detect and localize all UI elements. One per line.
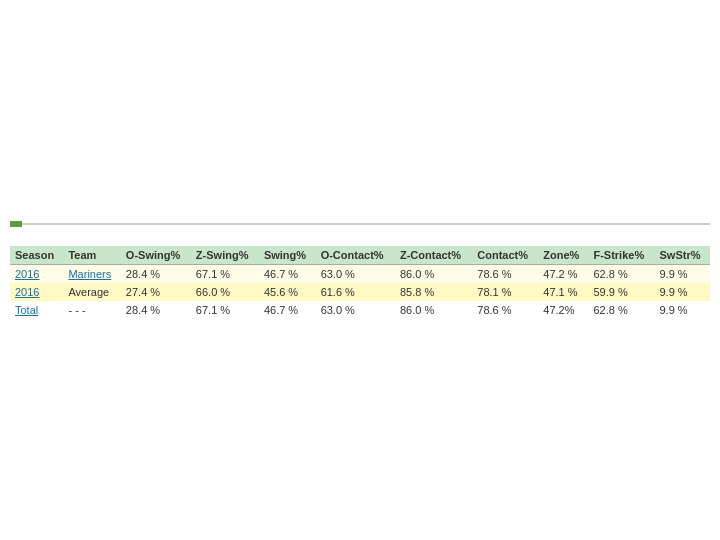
col-season: Season (10, 246, 63, 265)
cell-total-o-contact: 63.0 % (316, 301, 395, 319)
total-link[interactable]: Total (15, 304, 38, 316)
cell-o-contact: 63.0 % (316, 265, 395, 284)
col-z-contact: Z-Contact% (395, 246, 472, 265)
cell-swstr: 9.9 % (654, 283, 710, 301)
col-swstr: SwStr% (654, 246, 710, 265)
section-title (10, 221, 22, 227)
cell-total-o-swing: 28.4 % (121, 301, 191, 319)
col-f-strike: F-Strike% (588, 246, 654, 265)
col-o-swing: O-Swing% (121, 246, 191, 265)
cell-total-contact: 78.6 % (472, 301, 538, 319)
section-header (10, 221, 710, 227)
col-team: Team (63, 246, 120, 265)
season-link[interactable]: 2016 (15, 268, 39, 280)
cell-f-strike: 62.8 % (588, 265, 654, 284)
cell-z-contact: 86.0 % (395, 265, 472, 284)
table-row: 2016Average27.4 %66.0 %45.6 %61.6 %85.8 … (10, 283, 710, 301)
cell-o-contact: 61.6 % (316, 283, 395, 301)
team-link[interactable]: Mariners (68, 268, 111, 280)
sub-header (10, 230, 710, 242)
cell-zone: 47.2 % (538, 265, 588, 284)
cell-total-team: - - - (63, 301, 120, 319)
cell-f-strike: 59.9 % (588, 283, 654, 301)
cell-swing: 45.6 % (259, 283, 316, 301)
cell-z-swing: 67.1 % (191, 265, 259, 284)
cell-team: Mariners (63, 265, 120, 284)
plate-discipline-section: Season Team O-Swing% Z-Swing% Swing% O-C… (10, 221, 710, 319)
cell-o-swing: 27.4 % (121, 283, 191, 301)
season-link[interactable]: 2016 (15, 286, 39, 298)
cell-total-f-strike: 62.8 % (588, 301, 654, 319)
col-swing: Swing% (259, 246, 316, 265)
col-z-swing: Z-Swing% (191, 246, 259, 265)
plate-discipline-table: Season Team O-Swing% Z-Swing% Swing% O-C… (10, 246, 710, 319)
cell-total-swstr: 9.9 % (654, 301, 710, 319)
col-zone: Zone% (538, 246, 588, 265)
cell-total-z-swing: 67.1 % (191, 301, 259, 319)
cell-swstr: 9.9 % (654, 265, 710, 284)
col-contact: Contact% (472, 246, 538, 265)
cell-contact: 78.6 % (472, 265, 538, 284)
table-header-row: Season Team O-Swing% Z-Swing% Swing% O-C… (10, 246, 710, 265)
cell-total-label: Total (10, 301, 63, 319)
cell-total-z-contact: 86.0 % (395, 301, 472, 319)
cell-z-swing: 66.0 % (191, 283, 259, 301)
cell-z-contact: 85.8 % (395, 283, 472, 301)
cell-swing: 46.7 % (259, 265, 316, 284)
col-o-contact: O-Contact% (316, 246, 395, 265)
total-row: Total- - -28.4 %67.1 %46.7 %63.0 %86.0 %… (10, 301, 710, 319)
cell-total-zone: 47.2% (538, 301, 588, 319)
cell-o-swing: 28.4 % (121, 265, 191, 284)
cell-contact: 78.1 % (472, 283, 538, 301)
cell-zone: 47.1 % (538, 283, 588, 301)
page-container: Season Team O-Swing% Z-Swing% Swing% O-C… (0, 0, 720, 540)
cell-season: 2016 (10, 283, 63, 301)
table-row: 2016Mariners28.4 %67.1 %46.7 %63.0 %86.0… (10, 265, 710, 284)
section-title-line (22, 223, 710, 225)
cell-season: 2016 (10, 265, 63, 284)
cell-total-swing: 46.7 % (259, 301, 316, 319)
cell-team: Average (63, 283, 120, 301)
